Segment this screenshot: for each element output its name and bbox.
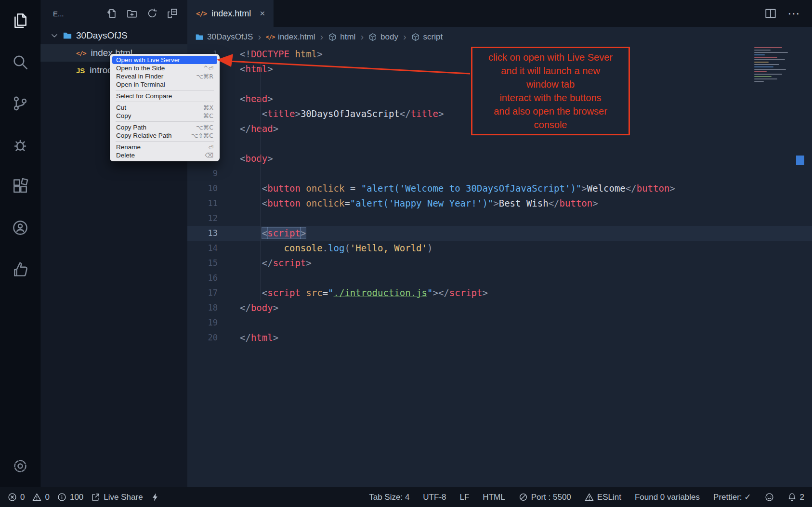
code-line-7[interactable]: 7: [187, 136, 812, 151]
code-token: [301, 287, 306, 298]
tab-actions: ⋯: [765, 0, 812, 27]
code-text: <title>30DaysOfJavaScript</title>: [225, 106, 444, 121]
minimap-line: [754, 47, 782, 48]
status-live-share[interactable]: Live Share: [91, 493, 143, 502]
menu-item-label: Rename: [116, 143, 203, 151]
menu-item-select-for-compare[interactable]: Select for Compare: [112, 92, 217, 100]
code-line-15[interactable]: 15 </script>: [187, 256, 812, 271]
menu-item-open-to-the-side[interactable]: Open to the Side^⏎: [112, 64, 217, 72]
code-token: Welcome: [587, 183, 626, 194]
menu-shortcut: ⏎: [209, 143, 213, 151]
collapse-all-button[interactable]: [167, 8, 178, 19]
code-token: 'Hello, World': [350, 243, 427, 253]
menu-item-copy[interactable]: Copy⌘C: [112, 112, 217, 120]
code-line-9[interactable]: 9: [187, 166, 812, 181]
code-line-13[interactable]: 13 <script>: [187, 226, 812, 241]
status-prettier[interactable]: Prettier: ✓: [713, 492, 751, 502]
code-token: Best Wish: [499, 198, 549, 208]
refresh-button[interactable]: [147, 8, 157, 19]
activity-item-search[interactable]: [0, 41, 40, 83]
minimap-line: [754, 66, 773, 67]
menu-item-cut[interactable]: Cut⌘X: [112, 104, 217, 112]
code-token: <: [240, 93, 245, 104]
status-100[interactable]: 100: [57, 493, 83, 502]
code-line-12[interactable]: 12: [187, 211, 812, 226]
status-label: 2: [800, 493, 804, 502]
code-text: </head>: [225, 121, 278, 136]
code-token: DOCTYPE: [251, 49, 289, 59]
code-line-8[interactable]: 8<body>: [187, 151, 812, 166]
code-text: </html>: [225, 330, 278, 345]
folder-root-30daysofjs[interactable]: 30DaysOfJS: [40, 27, 187, 44]
code-line-10[interactable]: 10 <button onclick = "alert('Welcome to …: [187, 181, 812, 196]
menu-item-reveal-in-finder[interactable]: Reveal in Finder⌥⌘R: [112, 72, 217, 80]
code-text: </script>: [225, 256, 312, 271]
activity-item-feedback[interactable]: [0, 248, 40, 290]
code-line-19[interactable]: 19: [187, 315, 812, 330]
menu-item-rename[interactable]: Rename⏎: [112, 143, 217, 151]
chevron-right-icon: ›: [258, 31, 261, 42]
status-bolt[interactable]: [151, 493, 160, 502]
code-token: title: [411, 108, 438, 119]
status-0[interactable]: 0: [32, 493, 49, 502]
code-token: html: [295, 49, 317, 59]
code-token: src: [306, 287, 322, 298]
menu-item-copy-relative-path[interactable]: Copy Relative Path⌥⇧⌘C: [112, 131, 217, 140]
ellipsis-button[interactable]: ⋯: [788, 8, 799, 19]
code-line-14[interactable]: 14 console.log('Hello, World'): [187, 241, 812, 256]
breadcrumb-item-body[interactable]: body: [368, 32, 398, 42]
status-label: Live Share: [104, 493, 143, 502]
menu-item-delete[interactable]: Delete⌫: [112, 151, 217, 159]
status-tab-size-4[interactable]: Tab Size: 4: [369, 493, 409, 502]
code-token: >: [267, 93, 273, 104]
activity-item-gear[interactable]: [0, 445, 40, 487]
code-line-16[interactable]: 16: [187, 271, 812, 286]
activity-item-source-control[interactable]: [0, 83, 40, 124]
code-token: body: [245, 153, 267, 164]
status-utf-8[interactable]: UTF-8: [423, 493, 446, 502]
minimap[interactable]: [754, 47, 799, 82]
code-token: script: [267, 287, 301, 298]
activity-item-live-share[interactable]: [0, 207, 40, 248]
new-file-button[interactable]: [106, 8, 117, 19]
code-text: [225, 211, 240, 226]
code-line-18[interactable]: 18</body>: [187, 300, 812, 315]
new-folder-button[interactable]: [127, 8, 137, 19]
code-line-17[interactable]: 17 <script src="./introduction.js"></scr…: [187, 286, 812, 300]
code-token: </: [438, 287, 449, 298]
status-2[interactable]: 2: [787, 493, 804, 502]
split-editor-button[interactable]: [765, 8, 776, 19]
activity-item-debug[interactable]: [0, 124, 40, 166]
close-icon[interactable]: ×: [260, 8, 265, 19]
code-token: >: [267, 64, 273, 74]
menu-item-open-in-terminal[interactable]: Open in Terminal: [112, 80, 217, 89]
activity-item-explorer[interactable]: [0, 0, 40, 41]
breadcrumb-item-html[interactable]: html: [328, 32, 355, 42]
breadcrumb-item-30daysofjs[interactable]: 30DaysOfJS: [195, 32, 253, 42]
breadcrumb-item-index-html[interactable]: </>index.html: [266, 32, 315, 42]
activity-item-extensions[interactable]: [0, 166, 40, 207]
menu-item-copy-path[interactable]: Copy Path⌥⌘C: [112, 123, 217, 131]
code-line-11[interactable]: 11 <button onclick="alert('Happy New Yea…: [187, 196, 812, 211]
code-token: >: [438, 108, 444, 119]
breadcrumb-item-script[interactable]: script: [411, 32, 443, 42]
status-eslint[interactable]: ESLint: [585, 493, 621, 502]
status-smiley[interactable]: [765, 493, 774, 502]
status-found-0-variables[interactable]: Found 0 variables: [635, 493, 700, 502]
extensions-icon: [12, 178, 28, 195]
tab-index-html[interactable]: </> index.html ×: [187, 0, 274, 27]
status-0[interactable]: 0: [8, 493, 25, 502]
status-port-5500[interactable]: Port : 5500: [519, 493, 571, 502]
minimap-line: [754, 52, 788, 53]
smiley-icon: [765, 493, 774, 502]
status-html[interactable]: HTML: [483, 493, 505, 502]
status-lf[interactable]: LF: [460, 493, 470, 502]
code-token: <: [262, 198, 267, 208]
code-token: >: [273, 123, 278, 134]
line-number: 12: [187, 211, 225, 226]
code-token: 30DaysOfJavaScript: [301, 108, 400, 119]
code-token: head: [245, 93, 267, 104]
minimap-line: [754, 64, 779, 65]
menu-item-open-with-live-server[interactable]: Open with Live Server: [112, 56, 217, 64]
code-line-20[interactable]: 20</html>: [187, 330, 812, 345]
